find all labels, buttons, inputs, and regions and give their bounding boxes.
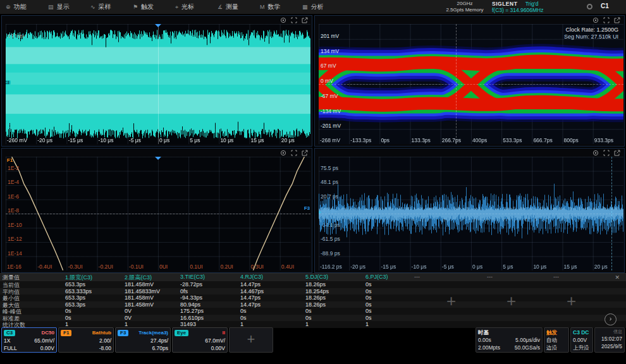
panel-settings-icon[interactable] — [280, 17, 286, 23]
column-header[interactable]: --- — [487, 274, 493, 280]
descriptor-value: 2.00/ — [99, 337, 111, 344]
track-plot[interactable]: ▸ 75.5 ps48.1 ps20.7 ps-6.7 ps-34.1 ps-6… — [319, 157, 623, 270]
descriptor-eye[interactable]: EyeII67.0mV/0.00V — [172, 327, 228, 353]
clock-time: 15:02:07 — [601, 335, 622, 343]
measurement-cell: 0s — [65, 308, 71, 314]
panel-popout-icon[interactable] — [614, 150, 620, 156]
clock-box[interactable]: 信息 15:02:07 2025/9/5 — [594, 327, 625, 353]
trigger-box[interactable]: 触发 自动 边沿 — [544, 327, 569, 353]
panel-popout-icon[interactable] — [302, 17, 308, 23]
descriptor-value: 0.00V — [211, 344, 225, 352]
menu-item-function[interactable]: ⊕功能 — [0, 0, 42, 14]
column-header[interactable]: --- — [414, 274, 420, 280]
table-close-icon[interactable]: ✕ — [615, 274, 620, 281]
column-header[interactable]: 6.PJ(C3) — [365, 274, 388, 280]
column-header[interactable]: --- — [553, 274, 559, 280]
axis-label: 0 mV — [321, 78, 333, 84]
zero-level-line — [319, 84, 623, 85]
axis-label: 0.2UI — [220, 264, 233, 270]
column-header[interactable]: 5.DJ(C3) — [305, 274, 328, 280]
trigger-source-box[interactable]: C3 DC 0.00V 上升沿 — [570, 327, 593, 353]
axis-label: -10 μs — [99, 137, 114, 143]
axis-label: 1E-16 — [7, 264, 21, 270]
axis-label: -15 μs — [68, 137, 83, 143]
panel-maximize-icon[interactable] — [603, 17, 610, 23]
panel-maximize-icon[interactable] — [291, 17, 297, 23]
menu-item-analysis[interactable]: ▦分析 — [297, 0, 339, 14]
panel-settings-icon[interactable] — [592, 150, 599, 156]
channel-offset-marker[interactable]: C3 — [6, 80, 11, 85]
timebase-scale: 5.00μs/div — [515, 336, 540, 344]
measurement-cell: 16.610ps — [180, 315, 204, 321]
menu-item-acquire[interactable]: ∿采样 — [85, 0, 127, 14]
clock-date: 2025/9/5 — [601, 343, 622, 350]
descriptor-f3[interactable]: F3Track(mea3)27.4ps/6.70ps — [115, 327, 171, 353]
axis-label: 0.3UI — [251, 264, 264, 270]
add-measurement-button[interactable]: + — [446, 293, 456, 309]
axis-label: -15 μs — [381, 264, 396, 270]
axis-label: 1E-10 — [8, 222, 22, 228]
panel-icons — [280, 150, 308, 156]
add-measurement-button[interactable]: + — [506, 293, 516, 309]
column-header[interactable]: 3.TIE(C3) — [180, 274, 205, 280]
eye-plot[interactable]: Clock Rate: 1.2500G Seg Num: 27.510k UI … — [319, 24, 623, 144]
timebase-box[interactable]: 时基 0.00s 5.00μs/div 2.00Mpts 50.0GSa/s — [476, 327, 543, 353]
descriptor-title: Bathtub — [92, 330, 111, 336]
f3-edge-marker[interactable]: F3 — [304, 205, 310, 211]
menu-item-trigger[interactable]: ⚑触发 — [127, 0, 169, 14]
brand-block: SIGLENT Trig'd f(C3) = 314.9606MHz — [492, 1, 574, 13]
table-row: 标准差0s0V16.610ps0s0s0s — [0, 315, 626, 322]
descriptor-value: 0.00V — [40, 344, 54, 352]
menu-item-measure[interactable]: ∡测量 — [212, 0, 254, 14]
menu-item-math[interactable]: Μ数学 — [254, 0, 297, 14]
system-specs: 20GHz 2.5Gpts Memory — [443, 1, 487, 13]
trigger-type: 边沿 — [546, 344, 557, 351]
axis-label: 133.3ps — [412, 137, 431, 143]
x-axis-labels: -268 mV-133.3ps0ps133.3ps266.7ps400ps533… — [319, 137, 623, 144]
brand-logo: SIGLENT — [492, 1, 517, 7]
descriptor-f1[interactable]: F1Bathtub2.00/-8.00 — [58, 327, 114, 353]
axis-label: -268 mV — [320, 137, 340, 143]
axis-label: 0 μs — [159, 137, 169, 143]
menu-item-label: 触发 — [141, 3, 154, 11]
menu-item-display[interactable]: ▤显示 — [42, 0, 85, 14]
menu-item-cursor[interactable]: ⌖光标 — [169, 0, 212, 14]
bandwidth-readout: 20GHz — [443, 1, 487, 7]
scope-plot[interactable]: C3 195 mV130 mV65 mV0 mV-65 mV-130 mV-19… — [6, 24, 310, 144]
gear-icon: ⊕ — [6, 4, 11, 10]
descriptor-row: 6.70ps — [116, 344, 170, 352]
descriptor-title: Track(mea3) — [138, 330, 168, 336]
descriptor-c3[interactable]: C3DC501X65.0mV/FULL0.00V — [1, 327, 57, 353]
panel-popout-icon[interactable] — [302, 150, 308, 156]
panel-settings-icon[interactable] — [592, 17, 599, 23]
trigger-position-marker[interactable] — [155, 24, 161, 30]
trigger-status: Trig'd — [525, 1, 539, 7]
measurement-cell: 0s — [240, 315, 247, 321]
measurement-cell: 1 — [125, 321, 128, 327]
axis-label: 67 mV — [321, 63, 336, 69]
center-gridline — [158, 24, 159, 144]
panel-popout-icon[interactable] — [614, 17, 620, 23]
knob-icon[interactable] — [587, 4, 592, 9]
trigger-position-marker[interactable] — [155, 157, 161, 163]
add-channel-button[interactable]: + — [229, 327, 273, 353]
table-next-page-button[interactable]: › — [605, 313, 617, 325]
add-measurement-button[interactable]: + — [567, 293, 576, 309]
measurement-cell: 175.27ps — [180, 308, 204, 314]
active-channel-button[interactable]: C1 — [601, 3, 609, 9]
column-header[interactable]: 4.RJ(C3) — [240, 274, 263, 280]
descriptor-row: 67.0mV/ — [173, 337, 227, 344]
measurement-cell: 0s — [365, 308, 372, 314]
table-row: 当前值653.3ps181.458mV-28.72ps14.47ps18.26p… — [0, 281, 626, 288]
bathtub-plot[interactable]: F1 F3 1E-21E-41E-61E-81E-101E-121E-141E-… — [6, 157, 310, 270]
panel-settings-icon[interactable] — [280, 150, 286, 156]
panel-maximize-icon[interactable] — [603, 150, 610, 156]
measurement-cell: 18.26ps — [305, 301, 326, 308]
measurement-cell: 1 — [365, 321, 369, 327]
channel-badge: F3 — [118, 330, 128, 336]
trace-offset-marker[interactable]: ▸ — [319, 209, 321, 215]
timebase-title: 时基 — [478, 329, 540, 336]
axis-label: 800ps — [564, 137, 579, 143]
trigger-level: 0.00V — [573, 336, 587, 344]
panel-maximize-icon[interactable] — [291, 150, 297, 156]
